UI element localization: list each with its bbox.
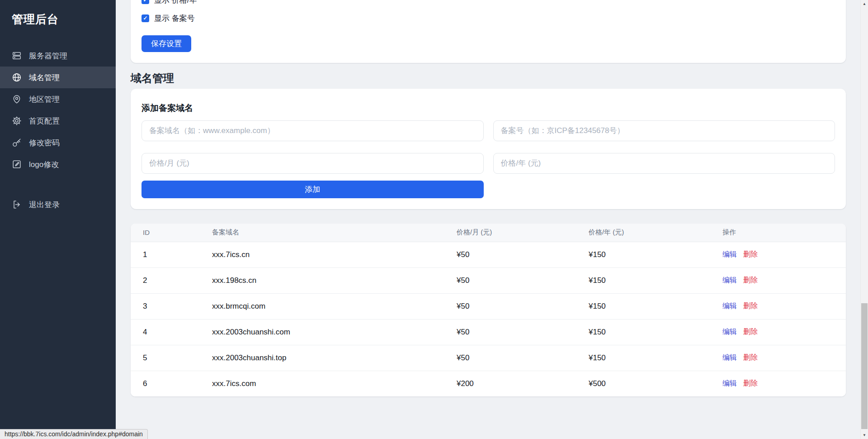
cell-domain: xxx.2003chuanshi.top — [212, 345, 457, 371]
table-row: 5 xxx.2003chuanshi.top ¥50 ¥150 编辑删除 — [131, 345, 846, 371]
cell-price-year: ¥150 — [589, 242, 722, 267]
cell-id: 5 — [131, 345, 212, 371]
cell-domain: xxx.brmcqi.com — [212, 293, 457, 319]
sidebar-item-label: logo修改 — [29, 159, 59, 170]
globe-icon — [12, 72, 22, 82]
server-icon — [12, 51, 22, 61]
column-header-price-year: 价格/年 (元) — [589, 224, 722, 242]
domains-table-card: ID 备案域名 价格/月 (元) 价格/年 (元) 操作 1 xxx.7ics.… — [131, 224, 846, 396]
checkbox-label: 显示 价格/年 — [154, 0, 197, 5]
table-row: 4 xxx.2003chuanshi.com ¥50 ¥150 编辑删除 — [131, 319, 846, 345]
delete-link[interactable]: 删除 — [743, 302, 758, 310]
link-preview-status-bar: https://bbk.7ics.com/idc/admin/index.php… — [0, 429, 148, 439]
table-row: 6 xxx.7ics.com ¥200 ¥500 编辑删除 — [131, 371, 846, 396]
scrollbar-thumb[interactable] — [861, 303, 868, 429]
cell-price-year: ¥500 — [589, 371, 722, 396]
delete-link[interactable]: 删除 — [743, 250, 758, 258]
sidebar-item-logo-edit[interactable]: logo修改 — [0, 153, 116, 175]
cell-id: 4 — [131, 319, 212, 345]
sidebar-item-label: 修改密码 — [29, 138, 60, 148]
sidebar-item-servers[interactable]: 服务器管理 — [0, 45, 116, 67]
main-content: 显示 价格/年 显示 备案号 保存设置 域名管理 添加备案域名 添加 ID — [116, 0, 860, 439]
gear-icon — [12, 116, 22, 126]
cell-id: 3 — [131, 293, 212, 319]
table-row: 1 xxx.7ics.cn ¥50 ¥150 编辑删除 — [131, 242, 846, 267]
cell-price-year: ¥150 — [589, 319, 722, 345]
cell-price-month: ¥50 — [457, 242, 589, 267]
add-domain-heading: 添加备案域名 — [142, 102, 835, 113]
checkbox-checked-icon[interactable] — [142, 0, 149, 4]
table-row: 3 xxx.brmcqi.com ¥50 ¥150 编辑删除 — [131, 293, 846, 319]
column-header-price-month: 价格/月 (元) — [457, 224, 589, 242]
cell-price-month: ¥50 — [457, 345, 589, 371]
delete-link[interactable]: 删除 — [743, 276, 758, 284]
save-settings-button[interactable]: 保存设置 — [142, 35, 191, 52]
scroll-down-arrow-icon[interactable] — [861, 431, 868, 439]
sidebar-item-domains[interactable]: 域名管理 — [0, 67, 116, 88]
edit-link[interactable]: 编辑 — [722, 353, 737, 361]
cell-domain: xxx.2003chuanshi.com — [212, 319, 457, 345]
icp-number-input[interactable] — [493, 120, 835, 141]
show-icp-number-row: 显示 备案号 — [142, 12, 835, 24]
domain-input[interactable] — [142, 120, 484, 141]
page-title: 域名管理 — [131, 70, 846, 89]
sidebar-item-logout[interactable]: 退出登录 — [0, 194, 116, 215]
sidebar-item-homepage-config[interactable]: 首页配置 — [0, 110, 116, 132]
cell-price-month: ¥50 — [457, 293, 589, 319]
edit-link[interactable]: 编辑 — [722, 302, 737, 310]
sidebar-nav: 服务器管理 域名管理 地区管理 — [0, 45, 116, 215]
table-header-row: ID 备案域名 价格/月 (元) 价格/年 (元) 操作 — [131, 224, 846, 242]
cell-domain: xxx.198cs.cn — [212, 267, 457, 293]
cell-domain: xxx.7ics.cn — [212, 242, 457, 267]
sidebar-item-label: 域名管理 — [29, 72, 60, 83]
edit-link[interactable]: 编辑 — [722, 328, 737, 335]
column-header-actions: 操作 — [722, 224, 846, 242]
price-year-input[interactable] — [493, 153, 835, 174]
sidebar-item-label: 服务器管理 — [29, 51, 67, 61]
app-title: 管理后台 — [0, 0, 116, 26]
cell-price-month: ¥50 — [457, 267, 589, 293]
logout-icon — [12, 200, 22, 210]
sidebar: 管理后台 服务器管理 域名管理 — [0, 0, 116, 439]
scroll-up-arrow-icon[interactable] — [861, 0, 868, 8]
sidebar-item-label: 地区管理 — [29, 94, 60, 105]
display-settings-card: 显示 价格/年 显示 备案号 保存设置 — [131, 0, 846, 63]
add-domain-card: 添加备案域名 添加 — [131, 89, 846, 209]
cell-price-month: ¥200 — [457, 371, 589, 396]
sidebar-item-label: 退出登录 — [29, 200, 60, 210]
edit-icon — [12, 159, 22, 169]
cell-price-year: ¥150 — [589, 267, 722, 293]
key-icon — [12, 138, 22, 148]
domains-table: ID 备案域名 价格/月 (元) 价格/年 (元) 操作 1 xxx.7ics.… — [131, 224, 846, 396]
delete-link[interactable]: 删除 — [743, 353, 758, 361]
sidebar-item-regions[interactable]: 地区管理 — [0, 88, 116, 110]
column-header-id: ID — [131, 224, 212, 242]
edit-link[interactable]: 编辑 — [722, 250, 737, 258]
cell-domain: xxx.7ics.com — [212, 371, 457, 396]
vertical-scrollbar[interactable] — [860, 0, 868, 439]
delete-link[interactable]: 删除 — [743, 328, 758, 335]
edit-link[interactable]: 编辑 — [722, 276, 737, 284]
table-row: 2 xxx.198cs.cn ¥50 ¥150 编辑删除 — [131, 267, 846, 293]
cell-price-year: ¥150 — [589, 293, 722, 319]
sidebar-item-label: 首页配置 — [29, 116, 60, 126]
checkbox-label: 显示 备案号 — [154, 13, 195, 24]
cell-id: 2 — [131, 267, 212, 293]
checkbox-checked-icon[interactable] — [142, 14, 149, 22]
sidebar-item-change-password[interactable]: 修改密码 — [0, 132, 116, 153]
add-domain-button[interactable]: 添加 — [142, 181, 484, 198]
cell-id: 1 — [131, 242, 212, 267]
cell-price-year: ¥150 — [589, 345, 722, 371]
price-month-input[interactable] — [142, 153, 484, 174]
add-domain-form — [142, 120, 835, 174]
cell-price-month: ¥50 — [457, 319, 589, 345]
map-pin-icon — [12, 94, 22, 104]
edit-link[interactable]: 编辑 — [722, 379, 737, 387]
show-price-year-row: 显示 价格/年 — [142, 0, 835, 6]
delete-link[interactable]: 删除 — [743, 379, 758, 387]
cell-id: 6 — [131, 371, 212, 396]
column-header-domain: 备案域名 — [212, 224, 457, 242]
